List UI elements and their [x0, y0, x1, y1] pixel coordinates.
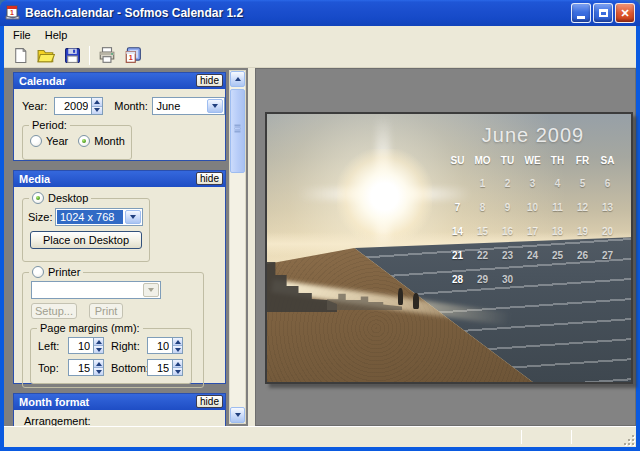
calendar-preview-image: June 2009 SUMOTUWETHFRSA1234567891011121… — [265, 112, 633, 384]
preview-calendar-overlay: June 2009 SUMOTUWETHFRSA1234567891011121… — [445, 120, 621, 292]
maximize-button[interactable] — [593, 3, 613, 23]
place-on-desktop-action-button[interactable]: Place on Desktop — [30, 231, 142, 249]
margin-left-spin-down[interactable] — [94, 345, 103, 353]
margin-bottom-label: Bottom: — [111, 362, 147, 374]
scroll-up-button[interactable] — [230, 71, 245, 87]
year-input[interactable] — [55, 98, 92, 114]
month-combobox[interactable]: June — [152, 97, 225, 115]
settings-scrollbar[interactable] — [229, 70, 246, 424]
preview-day-cell: 7 — [445, 196, 470, 220]
toolbar-separator — [89, 46, 90, 65]
preview-day-cell: 15 — [470, 220, 495, 244]
page-margins-groupbox: Page margins (mm): Left: — [30, 328, 192, 384]
svg-text:1: 1 — [129, 53, 133, 62]
year-spin-down[interactable] — [92, 106, 102, 115]
title-bar[interactable]: 1 Beach.calendar - Sofmos Calendar 1.2 ✕ — [0, 0, 640, 26]
preview-day-cell: 18 — [545, 220, 570, 244]
margin-right-input[interactable] — [148, 338, 172, 353]
period-label: Period: — [29, 119, 70, 131]
preview-day-cell: 10 — [520, 196, 545, 220]
preview-day-cell: 26 — [570, 244, 595, 268]
preview-day-header: TH — [545, 150, 570, 172]
open-folder-icon — [37, 46, 55, 64]
preview-calendar-title: June 2009 — [445, 120, 621, 150]
size-combobox[interactable]: 1024 x 768 — [55, 208, 143, 226]
margin-bottom-spin-up[interactable] — [173, 360, 182, 367]
preview-day-header: SU — [445, 150, 470, 172]
close-button[interactable]: ✕ — [615, 3, 635, 23]
month-format-section: Month format hide Arrangement: — [13, 393, 226, 426]
month-label: Month: — [114, 100, 152, 112]
spin-up-icon — [175, 340, 181, 344]
spin-up-icon — [175, 362, 181, 366]
printer-combobox — [31, 281, 161, 299]
margin-left-input[interactable] — [69, 338, 93, 353]
preview-day-cell: 24 — [520, 244, 545, 268]
margin-bottom-spin-down[interactable] — [173, 367, 182, 375]
margin-right-spin-down[interactable] — [173, 345, 182, 353]
margin-right-label: Right: — [111, 340, 147, 352]
printer-radio[interactable] — [32, 266, 44, 278]
margin-right-spin-up[interactable] — [173, 338, 182, 345]
new-button[interactable] — [7, 44, 33, 67]
preview-day-cell: 5 — [570, 172, 595, 196]
size-label: Size: — [28, 211, 55, 223]
chevron-down-icon — [212, 104, 218, 108]
spin-down-icon — [94, 108, 100, 112]
preview-day-header: TU — [495, 150, 520, 172]
preview-day-cell: 30 — [495, 268, 520, 292]
scrollbar-thumb[interactable] — [230, 89, 245, 173]
margin-left-spin-up[interactable] — [94, 338, 103, 345]
print-action-button: Print — [89, 303, 123, 319]
preview-panel: June 2009 SUMOTUWETHFRSA1234567891011121… — [255, 68, 636, 426]
margin-top-input[interactable] — [69, 360, 93, 375]
preview-day-cell: 2 — [495, 172, 520, 196]
year-label: Year: — [22, 100, 54, 112]
calendar-hide-button[interactable]: hide — [196, 74, 223, 87]
menu-file[interactable]: File — [6, 28, 38, 42]
panel-splitter[interactable] — [248, 68, 255, 426]
month-format-hide-button[interactable]: hide — [196, 395, 223, 408]
open-button[interactable] — [33, 44, 59, 67]
margin-bottom-input[interactable] — [148, 360, 172, 375]
preview-day-empty — [520, 268, 545, 292]
period-month-radio[interactable] — [78, 135, 90, 147]
minimize-button[interactable] — [571, 3, 591, 23]
minimize-icon — [577, 16, 585, 19]
resize-grip[interactable] — [622, 433, 635, 446]
page-margins-label: Page margins (mm): — [37, 322, 143, 334]
preview-day-cell: 25 — [545, 244, 570, 268]
arrangement-label: Arrangement: — [24, 415, 91, 426]
margin-top-spin-up[interactable] — [94, 360, 103, 367]
size-dropdown-button[interactable] — [125, 210, 141, 224]
status-bar — [4, 426, 636, 447]
scroll-down-button[interactable] — [230, 407, 245, 423]
printer-groupbox: Printer Setup... Print — [22, 272, 204, 388]
preview-day-cell: 27 — [595, 244, 620, 268]
preview-day-cell: 12 — [570, 196, 595, 220]
save-button[interactable] — [59, 44, 85, 67]
spin-down-icon — [96, 348, 102, 352]
print-button[interactable] — [94, 44, 120, 67]
desktop-groupbox: Desktop Size: 1024 x 768 Place on Deskto… — [22, 198, 150, 262]
calendar-section-header: Calendar hide — [14, 73, 225, 89]
preview-day-cell: 6 — [595, 172, 620, 196]
media-hide-button[interactable]: hide — [196, 172, 223, 185]
spin-down-icon — [96, 370, 102, 374]
month-dropdown-button[interactable] — [207, 99, 223, 113]
preview-day-cell: 9 — [495, 196, 520, 220]
margin-top-spin-down[interactable] — [94, 367, 103, 375]
maximize-icon — [599, 9, 608, 17]
calendar-section-title: Calendar — [19, 75, 66, 87]
year-spin-up[interactable] — [92, 98, 102, 106]
preview-day-cell: 20 — [595, 220, 620, 244]
menu-help[interactable]: Help — [38, 28, 75, 42]
place-calendar-icon: 1 — [124, 46, 142, 64]
app-window: 1 Beach.calendar - Sofmos Calendar 1.2 ✕… — [0, 0, 640, 451]
period-year-radio[interactable] — [30, 135, 42, 147]
desktop-radio[interactable] — [32, 192, 44, 204]
place-on-desktop-button[interactable]: 1 — [120, 44, 146, 67]
preview-day-empty — [570, 268, 595, 292]
month-format-section-header: Month format hide — [14, 394, 225, 410]
toolbar: 1 — [4, 43, 636, 68]
